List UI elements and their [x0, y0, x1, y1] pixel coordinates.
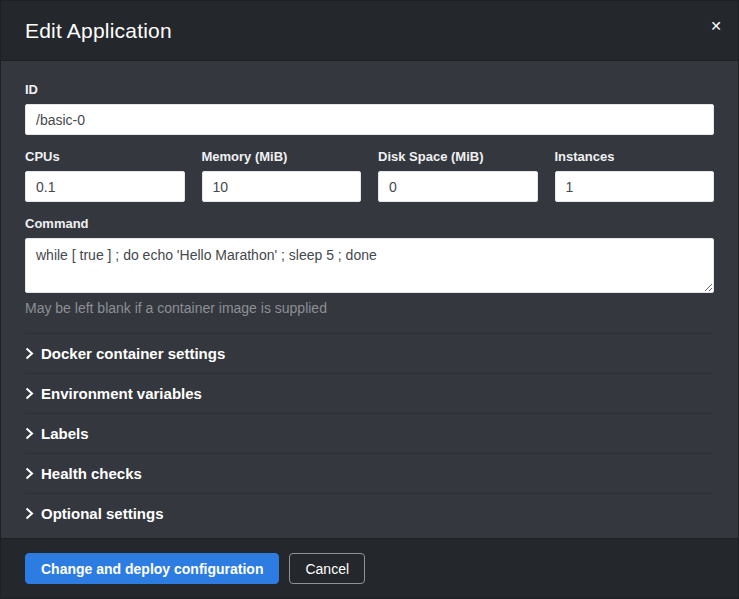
instances-input[interactable]: [555, 171, 715, 202]
section-labels[interactable]: Labels: [25, 413, 714, 453]
close-icon[interactable]: ✕: [710, 19, 722, 33]
section-environment-variables[interactable]: Environment variables: [25, 373, 714, 413]
memory-input[interactable]: [202, 171, 362, 202]
chevron-right-icon: [25, 387, 41, 400]
section-label: Environment variables: [41, 385, 202, 402]
cpus-input[interactable]: [25, 171, 185, 202]
chevron-right-icon: [25, 507, 41, 520]
command-help-text: May be left blank if a container image i…: [25, 300, 714, 316]
instances-label: Instances: [555, 149, 715, 164]
id-input[interactable]: [25, 104, 714, 135]
modal-title: Edit Application: [25, 19, 714, 43]
memory-field-group: Memory (MiB): [202, 135, 362, 202]
section-health-checks[interactable]: Health checks: [25, 453, 714, 493]
modal-header: Edit Application ✕: [1, 1, 738, 61]
section-label: Labels: [41, 425, 89, 442]
resource-fields-row: CPUs Memory (MiB) Disk Space (MiB) Insta…: [25, 135, 714, 202]
disk-field-group: Disk Space (MiB): [378, 135, 538, 202]
modal-footer: Change and deploy configuration Cancel: [1, 538, 738, 598]
chevron-right-icon: [25, 467, 41, 480]
cancel-button[interactable]: Cancel: [289, 553, 365, 584]
section-label: Docker container settings: [41, 345, 225, 362]
command-input[interactable]: while [ true ] ; do echo 'Hello Marathon…: [25, 238, 714, 293]
collapsible-sections: Docker container settings Environment va…: [25, 333, 714, 533]
id-label: ID: [25, 82, 714, 97]
disk-input[interactable]: [378, 171, 538, 202]
memory-label: Memory (MiB): [202, 149, 362, 164]
cpus-field-group: CPUs: [25, 135, 185, 202]
instances-field-group: Instances: [555, 135, 715, 202]
section-label: Optional settings: [41, 505, 164, 522]
chevron-right-icon: [25, 427, 41, 440]
modal-body: ID CPUs Memory (MiB) Disk Space (MiB) In…: [1, 61, 738, 538]
command-label: Command: [25, 216, 714, 231]
section-optional-settings[interactable]: Optional settings: [25, 493, 714, 533]
disk-label: Disk Space (MiB): [378, 149, 538, 164]
deploy-button[interactable]: Change and deploy configuration: [25, 553, 279, 584]
chevron-right-icon: [25, 347, 41, 360]
section-label: Health checks: [41, 465, 142, 482]
section-docker-container-settings[interactable]: Docker container settings: [25, 333, 714, 373]
edit-application-modal: Edit Application ✕ ID CPUs Memory (MiB) …: [0, 0, 739, 599]
cpus-label: CPUs: [25, 149, 185, 164]
